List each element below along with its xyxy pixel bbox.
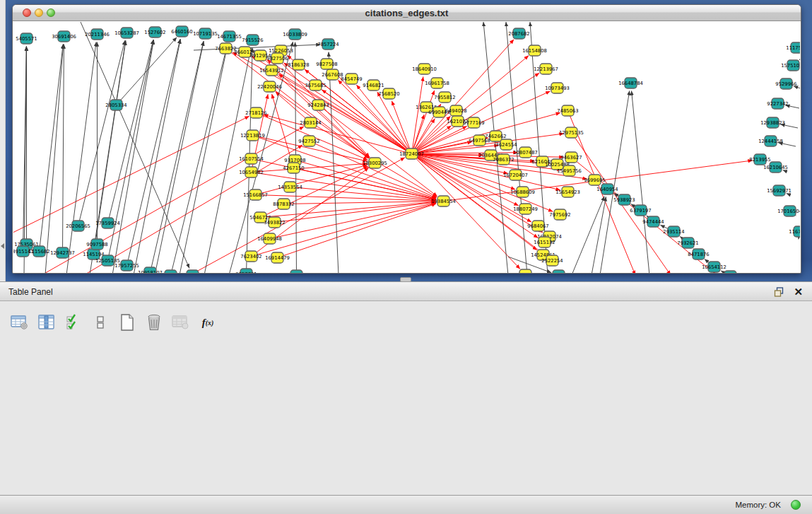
network-node[interactable]: 15654923 [555, 187, 580, 197]
panel-collapse-arrow-icon[interactable] [1, 243, 4, 249]
network-node[interactable]: 7932621 [677, 238, 698, 248]
network-node[interactable]: 2805334 [105, 100, 126, 110]
svg-text:19384554: 19384554 [431, 199, 456, 204]
network-node[interactable]: 1117538 [786, 42, 800, 53]
float-window-icon[interactable] [774, 287, 784, 297]
svg-text:6460160: 6460160 [171, 29, 192, 35]
network-node[interactable]: 10653287 [114, 28, 139, 38]
network-node[interactable]: 9827508 [316, 59, 337, 69]
network-node[interactable]: 7915526 [242, 35, 263, 45]
network-node[interactable]: 20206565 [66, 221, 90, 231]
table-settings-button[interactable] [10, 313, 30, 332]
network-edge [180, 44, 228, 273]
svg-text:2718126: 2718126 [245, 110, 266, 116]
network-node[interactable]: 7975692 [549, 209, 570, 220]
svg-text:2803144: 2803144 [300, 120, 321, 126]
svg-text:10653287: 10653287 [114, 30, 139, 36]
new-document-button[interactable] [117, 313, 137, 332]
svg-text:10719135: 10719135 [193, 31, 218, 37]
network-node[interactable]: 7663822 [215, 43, 236, 54]
network-node[interactable]: 12938823 [760, 117, 785, 128]
function-builder-button[interactable]: f(x) [198, 313, 218, 332]
network-node[interactable]: 9463627 [560, 152, 582, 163]
svg-text:7986372: 7986372 [493, 157, 514, 163]
network-node[interactable]: 1527602 [144, 27, 165, 37]
network-node[interactable]: 16648784 [618, 78, 643, 88]
network-node[interactable]: 8471876 [688, 249, 709, 259]
network-node[interactable]: 9146821 [363, 80, 384, 90]
select-all-button[interactable] [64, 313, 83, 332]
close-panel-icon[interactable]: ✕ [794, 286, 803, 298]
network-node[interactable]: 16720407 [503, 170, 528, 180]
network-node[interactable]: 22420046 [257, 81, 282, 92]
network-node[interactable]: 10719135 [193, 28, 218, 39]
svg-text:16154808: 16154808 [522, 48, 547, 54]
network-node[interactable]: 1167531 [789, 226, 800, 237]
network-node[interactable]: 16033809 [283, 29, 307, 40]
network-edge [799, 54, 800, 60]
network-node[interactable]: 2087682 [508, 28, 529, 39]
network-node[interactable]: 16154808 [522, 45, 547, 56]
network-node[interactable]: 8213955 [749, 154, 770, 165]
network-node[interactable]: 14671355 [217, 31, 242, 42]
window-titlebar[interactable]: citations_edges.txt [13, 5, 801, 21]
network-node[interactable]: 9857791 [235, 269, 257, 273]
rows-mode-button[interactable] [90, 313, 110, 332]
network-node[interactable]: 7568520 [378, 88, 399, 99]
svg-text:16648784: 16648784 [618, 81, 643, 86]
svg-text:5938923: 5938923 [613, 197, 635, 203]
svg-text:16914479: 16914479 [265, 255, 290, 261]
svg-text:7975692: 7975692 [549, 212, 570, 218]
network-node[interactable]: 4267150 [283, 163, 304, 173]
network-node[interactable]: 9684067 [527, 221, 548, 231]
svg-text:15495756: 15495756 [557, 168, 582, 174]
network-node[interactable]: 9227342 [767, 98, 788, 109]
network-node[interactable]: 12213967 [534, 64, 558, 74]
svg-text:10688609: 10688609 [510, 189, 535, 195]
svg-text:9227342: 9227342 [767, 101, 788, 107]
svg-text:7485063: 7485063 [557, 108, 578, 114]
network-node[interactable]: 6379197 [630, 205, 651, 216]
svg-text:9474444: 9474444 [642, 219, 664, 225]
network-node[interactable]: 1733426 [548, 270, 569, 273]
network-node[interactable]: 9529966 [775, 78, 796, 89]
network-node[interactable]: 18807249 [513, 204, 538, 214]
network-node[interactable]: 12975135 [559, 127, 584, 138]
network-node[interactable]: 13716485 [284, 270, 309, 273]
network-node[interactable]: 7485063 [557, 105, 578, 116]
network-window[interactable]: citations_edges.txt 54055713069140620211… [12, 4, 801, 274]
network-node[interactable]: 9427552 [298, 136, 319, 146]
network-node[interactable]: 3675685 [305, 80, 326, 90]
network-node[interactable]: 16961758 [425, 78, 449, 88]
network-node[interactable]: 15166857 [243, 189, 268, 200]
svg-text:7955812: 7955812 [434, 95, 455, 100]
network-node[interactable]: 12444158 [758, 136, 783, 146]
network-node[interactable]: 8878332 [273, 199, 294, 209]
network-node[interactable]: 18640910 [412, 64, 437, 74]
network-node[interactable]: 5405571 [16, 33, 37, 44]
network-node[interactable]: 10958107 [138, 267, 163, 273]
network-node[interactable]: 12213819 [240, 130, 265, 141]
network-node[interactable]: 12942737 [50, 247, 75, 258]
network-node[interactable]: 12923448 [180, 270, 205, 273]
network-node[interactable]: 7955812 [434, 92, 455, 103]
network-node[interactable]: 5938923 [613, 194, 635, 205]
network-canvas[interactable]: 5405571306914062021134610653287152760264… [13, 22, 800, 273]
svg-text:15751074: 15751074 [781, 63, 800, 69]
network-node[interactable]: 10654112 [702, 262, 726, 272]
network-node[interactable]: 7623402 [240, 251, 261, 262]
network-node[interactable]: 6460160 [171, 26, 192, 37]
network-node[interactable]: 17016504 [777, 206, 800, 216]
network-node[interactable]: 16136141 [513, 269, 538, 273]
network-node[interactable]: 7857224 [317, 39, 339, 49]
delete-trash-button[interactable] [144, 313, 164, 332]
network-node[interactable]: 16914479 [265, 252, 290, 263]
memory-status-indicator [791, 500, 801, 510]
network-edge [261, 166, 368, 217]
network-node[interactable]: 10654982 [239, 167, 264, 177]
network-node[interactable]: 20211346 [85, 29, 110, 40]
show-columns-button[interactable] [37, 313, 57, 332]
network-node[interactable]: 16409948 [257, 233, 282, 244]
network-node[interactable]: 15751074 [781, 60, 800, 71]
network-node[interactable]: 30691406 [52, 31, 76, 42]
